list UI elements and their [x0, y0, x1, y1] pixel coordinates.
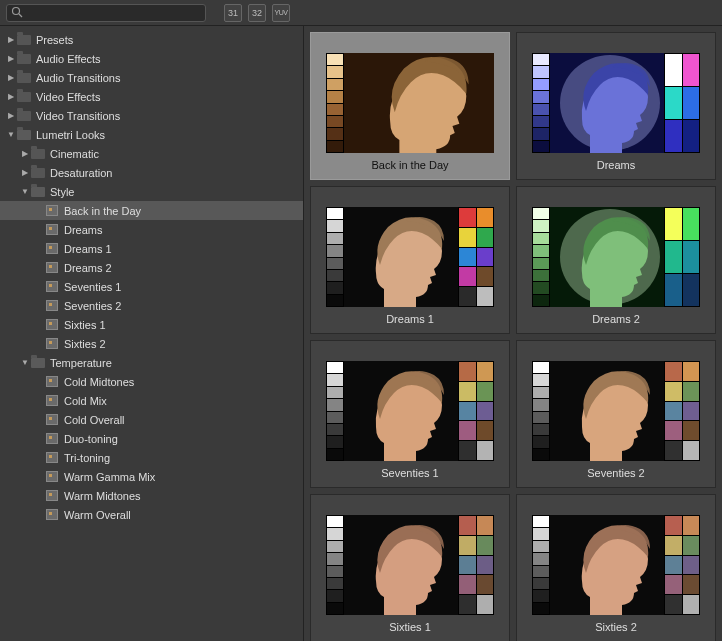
- folder-desaturation[interactable]: ▶Desaturation: [0, 163, 303, 182]
- color-chip: [327, 603, 343, 614]
- chevron-right-icon[interactable]: ▶: [6, 73, 16, 82]
- color-chips-right: [664, 515, 700, 615]
- folder-icon: [16, 90, 32, 104]
- color-chip: [327, 208, 343, 219]
- chevron-right-icon[interactable]: ▶: [6, 54, 16, 63]
- chevron-right-icon[interactable]: ▶: [6, 92, 16, 101]
- thumbnail-seventies-1[interactable]: Seventies 1: [310, 340, 510, 488]
- folder-cinematic[interactable]: ▶Cinematic: [0, 144, 303, 163]
- preset-back-in-the-day[interactable]: ▶Back in the Day: [0, 201, 303, 220]
- face-graphic: [550, 361, 664, 461]
- preset-duo-toning[interactable]: ▶Duo-toning: [0, 429, 303, 448]
- folder-icon: [16, 128, 32, 142]
- color-chips-left: [326, 515, 344, 615]
- tree-item-label: Video Effects: [36, 91, 100, 103]
- chevron-right-icon[interactable]: ▶: [6, 111, 16, 120]
- preset-cold-mix[interactable]: ▶Cold Mix: [0, 391, 303, 410]
- thumbnail-sixties-2[interactable]: Sixties 2: [516, 494, 716, 641]
- folder-video-effects[interactable]: ▶Video Effects: [0, 87, 303, 106]
- preset-seventies-1[interactable]: ▶Seventies 1: [0, 277, 303, 296]
- preset-seventies-2[interactable]: ▶Seventies 2: [0, 296, 303, 315]
- color-chip: [459, 402, 476, 421]
- color-chip: [327, 116, 343, 127]
- preset-dreams-2[interactable]: ▶Dreams 2: [0, 258, 303, 277]
- face-graphic: [344, 207, 458, 307]
- thumbnail-seventies-2[interactable]: Seventies 2: [516, 340, 716, 488]
- color-chip: [459, 441, 476, 460]
- toolbar-button-yuv[interactable]: YUV: [272, 4, 290, 22]
- folder-video-transitions[interactable]: ▶Video Transitions: [0, 106, 303, 125]
- color-chip: [533, 362, 549, 373]
- color-chip: [533, 128, 549, 139]
- toolbar-button-2[interactable]: 32: [248, 4, 266, 22]
- color-chip: [665, 575, 682, 594]
- preset-icon: [44, 394, 60, 408]
- tree-item-label: Cold Midtones: [64, 376, 134, 388]
- color-chips-left: [532, 515, 550, 615]
- thumbnail-dreams-1[interactable]: Dreams 1: [310, 186, 510, 334]
- preset-cold-midtones[interactable]: ▶Cold Midtones: [0, 372, 303, 391]
- tree-item-label: Desaturation: [50, 167, 112, 179]
- folder-audio-transitions[interactable]: ▶Audio Transitions: [0, 68, 303, 87]
- chevron-down-icon[interactable]: ▼: [20, 358, 30, 367]
- color-chip: [533, 270, 549, 281]
- preset-sixties-2[interactable]: ▶Sixties 2: [0, 334, 303, 353]
- thumbnail-dreams-2[interactable]: Dreams 2: [516, 186, 716, 334]
- folder-icon: [30, 356, 46, 370]
- preset-sixties-1[interactable]: ▶Sixties 1: [0, 315, 303, 334]
- preset-icon: [44, 375, 60, 389]
- preset-tri-toning[interactable]: ▶Tri-toning: [0, 448, 303, 467]
- color-chip: [327, 233, 343, 244]
- color-chip: [327, 141, 343, 152]
- chevron-right-icon[interactable]: ▶: [20, 149, 30, 158]
- folder-temperature[interactable]: ▼Temperature: [0, 353, 303, 372]
- color-chip: [327, 566, 343, 577]
- color-chip: [683, 402, 700, 421]
- preset-warm-overall[interactable]: ▶Warm Overall: [0, 505, 303, 524]
- color-chip: [477, 575, 494, 594]
- tree-item-label: Tri-toning: [64, 452, 110, 464]
- color-chip: [327, 516, 343, 527]
- chevron-right-icon[interactable]: ▶: [20, 168, 30, 177]
- chevron-down-icon[interactable]: ▼: [6, 130, 16, 139]
- search-input[interactable]: [6, 4, 206, 22]
- folder-lumetri-looks[interactable]: ▼Lumetri Looks: [0, 125, 303, 144]
- chevron-right-icon[interactable]: ▶: [6, 35, 16, 44]
- thumbnail-dreams[interactable]: Dreams: [516, 32, 716, 180]
- tree-item-label: Dreams 2: [64, 262, 112, 274]
- preset-dreams[interactable]: ▶Dreams: [0, 220, 303, 239]
- tree-item-label: Lumetri Looks: [36, 129, 105, 141]
- color-chip: [665, 54, 682, 86]
- color-chip: [327, 399, 343, 410]
- preset-dreams-1[interactable]: ▶Dreams 1: [0, 239, 303, 258]
- preset-cold-overall[interactable]: ▶Cold Overall: [0, 410, 303, 429]
- color-chip: [665, 536, 682, 555]
- color-chip: [533, 412, 549, 423]
- tree-item-label: Audio Transitions: [36, 72, 120, 84]
- color-chip: [683, 536, 700, 555]
- color-chips-left: [326, 361, 344, 461]
- effects-tree[interactable]: ▶Presets▶Audio Effects▶Audio Transitions…: [0, 26, 304, 641]
- folder-style[interactable]: ▼Style: [0, 182, 303, 201]
- preset-warm-midtones[interactable]: ▶Warm Midtones: [0, 486, 303, 505]
- color-chip: [533, 233, 549, 244]
- chevron-down-icon[interactable]: ▼: [20, 187, 30, 196]
- thumbnail-back-in-the-day[interactable]: Back in the Day: [310, 32, 510, 180]
- color-chip: [327, 412, 343, 423]
- toolbar-button-1[interactable]: 31: [224, 4, 242, 22]
- preset-warm-gamma-mix[interactable]: ▶Warm Gamma Mix: [0, 467, 303, 486]
- color-chip: [533, 66, 549, 77]
- tree-item-label: Cold Mix: [64, 395, 107, 407]
- color-chip: [459, 516, 476, 535]
- color-chip: [665, 208, 682, 240]
- face-graphic: [550, 207, 664, 307]
- thumbnail-sixties-1[interactable]: Sixties 1: [310, 494, 510, 641]
- color-chip: [683, 208, 700, 240]
- color-chip: [533, 603, 549, 614]
- color-chip: [477, 248, 494, 267]
- toolbar: 31 32 YUV: [0, 0, 722, 26]
- folder-audio-effects[interactable]: ▶Audio Effects: [0, 49, 303, 68]
- color-chip: [665, 120, 682, 152]
- preset-icon: [44, 223, 60, 237]
- folder-presets[interactable]: ▶Presets: [0, 30, 303, 49]
